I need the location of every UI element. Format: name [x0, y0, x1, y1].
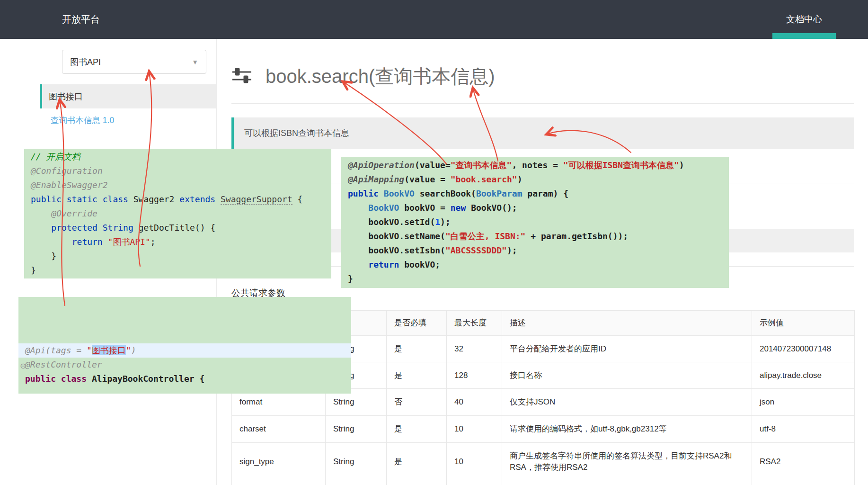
table-cell: 是	[387, 416, 447, 443]
sidebar-link-search-book[interactable]: 查询书本信息 1.0	[51, 115, 114, 126]
table-cell: 128	[447, 362, 502, 389]
active-tab-indicator	[772, 33, 836, 39]
api-select-dropdown[interactable]: 图书API ▼	[62, 50, 206, 74]
code-line: return "图书API";	[24, 235, 331, 249]
table-cell: 商户生成签名字符串所使用的签名算法类型，目前支持RSA2和RSA，推荐使用RSA…	[502, 443, 752, 481]
code-line: public BookVO searchBook(BookParam param…	[341, 187, 729, 201]
code-line: @ApiMapping(value = "book.search")	[341, 172, 729, 187]
table-cell: utf-8	[752, 416, 855, 443]
table-cell: 10	[447, 416, 502, 443]
code-line: @Override	[24, 207, 331, 221]
top-navbar: 开放平台 文档中心	[0, 0, 868, 39]
table-cell: 是	[387, 336, 447, 362]
chevron-down-icon: ▼	[192, 58, 198, 66]
code-line: // 开启文档	[24, 150, 331, 164]
table-cell: String	[326, 416, 387, 443]
table-cell: RSA2	[752, 443, 855, 481]
table-cell: 请求使用的编码格式，如utf-8,gbk,gb2312等	[502, 416, 752, 443]
api-select-value: 图书API	[70, 56, 101, 68]
table-cell: 平台分配给开发者的应用ID	[502, 336, 752, 362]
code-line	[18, 386, 351, 394]
code-line: @EnableSwagger2	[24, 178, 331, 192]
code-line: protected String getDocTitle() {	[24, 221, 331, 235]
code-line: public class AlipayBookController {	[18, 372, 351, 386]
code-snippet-controller: ⊖ @Api(tags = "图书接口")@RestControllerpubl…	[18, 297, 351, 394]
table-cell: sign_type	[232, 443, 326, 481]
table-cell: 是	[387, 362, 447, 389]
brand-title: 开放平台	[62, 0, 100, 39]
page: 开放平台 文档中心 图书API ▼ 图书接口 查询书本信息 1.0	[0, 0, 868, 485]
table-cell: 40	[447, 389, 502, 416]
column-header: 示例值	[752, 311, 855, 336]
table-cell: alipay.trade.close	[752, 362, 855, 389]
table-cell: 否	[387, 389, 447, 416]
sidebar-item-label: 图书接口	[49, 91, 83, 102]
code-line: @ApiOperation(value="查询书本信息", notes = "可…	[341, 158, 729, 172]
code-line: }	[341, 272, 729, 286]
sliders-icon	[231, 66, 252, 87]
column-header: 描述	[502, 311, 752, 336]
table-row: sign_typeString是10商户生成签名字符串所使用的签名算法类型，目前…	[232, 443, 855, 481]
table-cell: 32	[447, 336, 502, 362]
page-title: book.search(查询书本信息)	[266, 63, 495, 90]
code-line: return bookVO;	[341, 258, 729, 272]
table-row: charsetString是10请求使用的编码格式，如utf-8,gbk,gb2…	[232, 416, 855, 443]
table-row-partial	[232, 481, 855, 485]
column-header: 最大长度	[447, 311, 502, 336]
table-cell: json	[752, 389, 855, 416]
column-header: 是否必填	[387, 311, 447, 336]
notice-bar: 可以根据ISBN查询书本信息	[231, 117, 854, 149]
code-line: public static class Swagger2 extends Swa…	[24, 192, 331, 207]
table-cell: 接口名称	[502, 362, 752, 389]
table-cell: 10	[447, 443, 502, 481]
code-line: }	[24, 249, 331, 263]
table-cell: charset	[232, 416, 326, 443]
code-snippet-swagger-config: // 开启文档@Configuration@EnableSwagger2publ…	[24, 149, 331, 278]
code-line: bookVO.setId(1);	[341, 215, 729, 229]
divider	[231, 103, 854, 104]
code-fold-icon: ⊖	[20, 359, 26, 373]
code-line: }	[24, 263, 331, 278]
table-cell: 仅支持JSON	[502, 389, 752, 416]
code-snippet-api-operation: @ApiOperation(value="查询书本信息", notes = "可…	[341, 157, 729, 288]
table-cell: 是	[387, 443, 447, 481]
code-line: @Api(tags = "图书接口")	[18, 343, 351, 358]
code-line: bookVO.setIsbn("ABCSSSSDDD");	[341, 243, 729, 258]
code-line: @Configuration	[24, 164, 331, 178]
table-cell: String	[326, 443, 387, 481]
code-line: BookVO bookVO = new BookVO();	[341, 201, 729, 215]
title-row: book.search(查询书本信息)	[231, 63, 495, 90]
table-cell: 2014072300007148	[752, 336, 855, 362]
nav-tab-doc-center[interactable]: 文档中心	[769, 0, 840, 39]
code-line: bookVO.setName("白雪公主, ISBN:" + param.get…	[341, 229, 729, 243]
sidebar-item-book-interface[interactable]: 图书接口	[40, 84, 216, 108]
code-line: @RestController	[18, 358, 351, 372]
